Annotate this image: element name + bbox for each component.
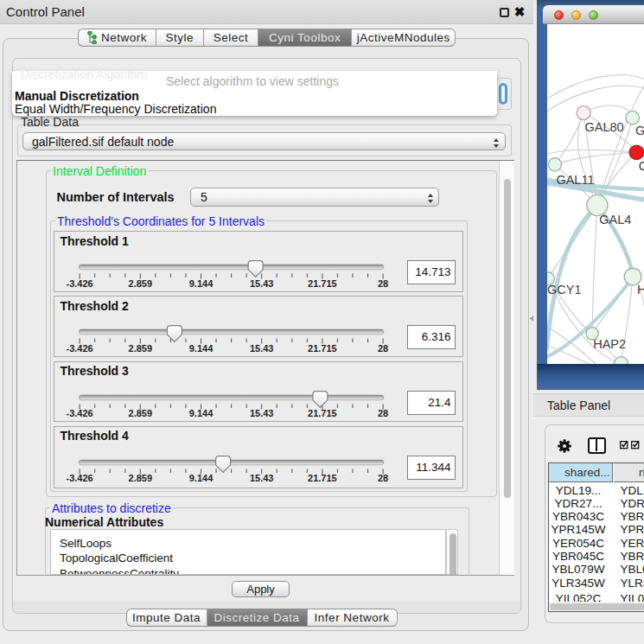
svg-text:GAL11: GAL11 bbox=[556, 172, 594, 186]
svg-text:HA: HA bbox=[636, 283, 644, 296]
svg-text:HAP2: HAP2 bbox=[593, 337, 626, 351]
svg-text:GCY1: GCY1 bbox=[547, 283, 582, 296]
svg-text:GA: GA bbox=[635, 123, 644, 137]
svg-text:GAL80: GAL80 bbox=[584, 119, 623, 133]
svg-text:C: C bbox=[638, 159, 644, 173]
svg-text:GAL4: GAL4 bbox=[599, 213, 631, 226]
